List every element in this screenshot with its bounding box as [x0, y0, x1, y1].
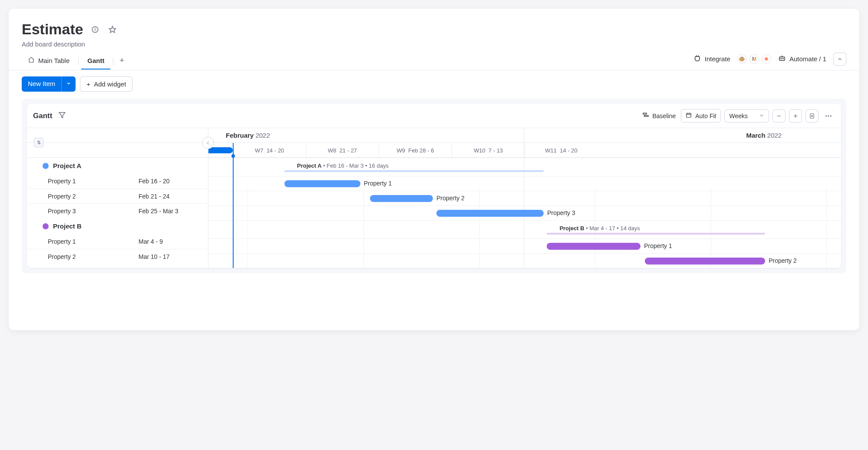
collapse-header-button[interactable] [833, 53, 846, 66]
group-summary-label: Project A • Feb 16 - Mar 3 • 16 days [297, 162, 389, 169]
group-name: Project B [53, 222, 82, 230]
automate-button[interactable]: Automate / 1 [778, 54, 826, 63]
svg-point-5 [781, 58, 782, 59]
gantt-widget-title[interactable]: Gantt [33, 112, 52, 120]
tab-add[interactable]: + [116, 54, 128, 68]
task-date-range: Mar 4 - 9 [139, 238, 208, 245]
home-icon [28, 56, 35, 65]
robot-icon [778, 54, 786, 63]
task-row[interactable]: Property 1 Feb 16 - 20 [27, 174, 208, 189]
group-summary-bar [547, 233, 765, 235]
gantt-row: Property 2 [208, 191, 841, 205]
integrate-label: Integrate [705, 55, 730, 63]
svg-point-6 [782, 58, 783, 59]
group-summary-label: Project B • Mar 4 - 17 • 14 days [560, 225, 640, 232]
group-summary-row: Project B • Mar 4 - 17 • 14 days [208, 220, 841, 238]
gantt-bar[interactable] [645, 258, 765, 265]
scale-dropdown[interactable]: Weeks [724, 109, 769, 122]
task-name: Property 1 [27, 178, 139, 185]
group-color-dot [43, 163, 49, 169]
task-row[interactable]: Property 1 Mar 4 - 9 [27, 234, 208, 249]
export-button[interactable] [805, 109, 818, 122]
integration-app-icons[interactable]: 🐵 M ✱ [737, 54, 771, 64]
new-item-split-button: New Item [22, 76, 76, 92]
task-name: Property 1 [27, 238, 139, 245]
group-header[interactable]: Project A [27, 158, 208, 174]
scroll-left-button[interactable] [202, 137, 214, 149]
gantt-bar-label: Property 3 [547, 209, 575, 216]
board-description[interactable]: Add board description [22, 40, 846, 48]
star-icon[interactable] [107, 24, 118, 35]
gantt-container: Gantt Baseline [22, 99, 846, 273]
today-marker [231, 154, 235, 158]
gantt-bar[interactable] [436, 210, 544, 217]
integrate-button[interactable]: Integrate [693, 54, 730, 63]
svg-rect-10 [686, 113, 691, 117]
baseline-label: Baseline [653, 112, 676, 119]
task-name: Property 2 [27, 253, 139, 260]
svg-marker-7 [59, 112, 66, 118]
board-header: Estimate Add board description [9, 9, 859, 48]
task-row[interactable]: Property 2 Feb 21 - 24 [27, 189, 208, 203]
new-item-button[interactable]: New Item [22, 76, 61, 92]
board-actions: New Item + Add widget [9, 70, 859, 99]
gantt-bar-label: Property 1 [364, 180, 392, 187]
scale-value: Weeks [729, 112, 748, 119]
tab-gantt-label: Gantt [87, 57, 104, 64]
autofit-label: Auto Fit [695, 112, 716, 119]
gantt-bar[interactable] [547, 243, 640, 250]
group-summary-row: Project A • Feb 16 - Mar 3 • 16 days [208, 158, 841, 176]
tab-main-table[interactable]: Main Table [22, 52, 76, 70]
tab-separator [78, 57, 79, 65]
svg-point-21 [830, 115, 832, 116]
integrate-icon [693, 54, 701, 63]
gantt-bar-label: Property 2 [769, 257, 797, 264]
svg-marker-3 [109, 26, 116, 32]
svg-rect-9 [644, 116, 648, 117]
tab-gantt[interactable]: Gantt [81, 53, 110, 69]
gantt-chart-area: Project A • Feb 16 - Mar 3 • 16 days Pro… [208, 158, 841, 268]
automate-label: Automate / 1 [789, 55, 826, 63]
filter-icon[interactable] [58, 111, 66, 121]
info-icon[interactable] [89, 24, 101, 35]
svg-rect-4 [779, 57, 785, 60]
group-color-dot [43, 223, 49, 229]
gantt-body: ⇅ Project AProperty 1 Feb 16 - 20Propert… [27, 128, 841, 268]
baseline-icon [642, 112, 649, 120]
gantt-timeline[interactable]: February 2022 March 2022 W7 14 - 20 W8 2… [208, 128, 841, 268]
task-row[interactable]: Property 3 Feb 25 - Mar 3 [27, 203, 208, 218]
view-tabs: Main Table Gantt + Integrate 🐵 M ✱ [9, 52, 859, 70]
more-icon[interactable] [822, 112, 835, 120]
svg-point-20 [828, 115, 829, 116]
autofit-button[interactable]: Auto Fit [681, 109, 721, 122]
baseline-button[interactable]: Baseline [640, 109, 678, 122]
month-name: February [226, 132, 254, 139]
task-date-range: Feb 25 - Mar 3 [139, 208, 208, 215]
month-name: March [746, 132, 765, 139]
board-title[interactable]: Estimate [22, 21, 83, 38]
new-item-caret[interactable] [61, 76, 76, 92]
gmail-icon: M [749, 54, 759, 64]
plus-icon: + [86, 80, 90, 88]
svg-point-19 [825, 115, 827, 116]
zoom-in-button[interactable] [789, 109, 802, 122]
gantt-bar[interactable] [370, 195, 433, 202]
gantt-bar-label: Property 2 [436, 195, 465, 202]
gantt-left-column: ⇅ Project AProperty 1 Feb 16 - 20Propert… [27, 128, 208, 268]
gantt-bar[interactable] [284, 180, 360, 187]
task-name: Property 2 [27, 193, 139, 200]
gantt-row: Property 3 [208, 205, 841, 220]
chevron-down-icon [759, 112, 764, 119]
task-row[interactable]: Property 2 Mar 10 - 17 [27, 249, 208, 264]
calendar-icon [686, 112, 692, 119]
gantt-bar-label: Property 1 [644, 242, 672, 249]
group-header[interactable]: Project B [27, 218, 208, 234]
hubspot-icon: ✱ [762, 54, 771, 64]
group-name: Project A [53, 162, 81, 169]
gantt-row: Property 1 [208, 238, 841, 253]
zoom-out-button[interactable] [772, 109, 785, 122]
group-summary-bar [284, 170, 544, 172]
add-widget-button[interactable]: + Add widget [80, 76, 132, 92]
mailchimp-icon: 🐵 [737, 54, 747, 64]
task-date-range: Feb 21 - 24 [139, 193, 208, 200]
